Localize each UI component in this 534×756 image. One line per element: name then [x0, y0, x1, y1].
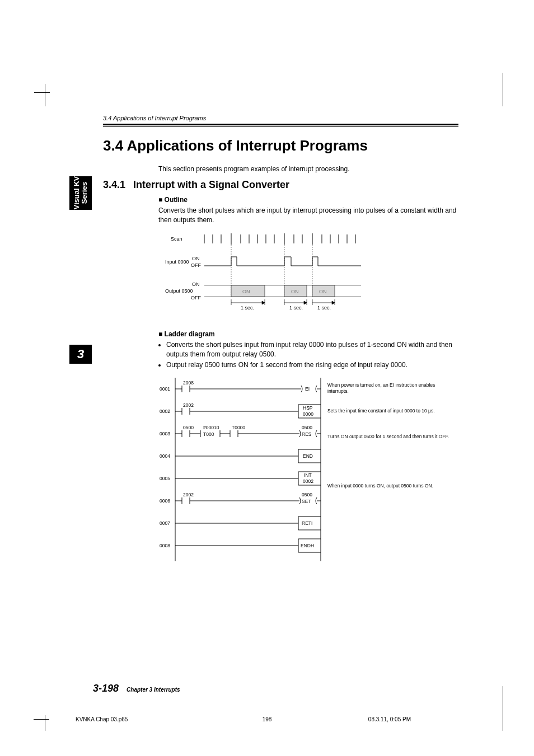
rung-0002: 0002 [160, 408, 170, 414]
section-title: 3.4 Applications of Interrupt Programs [103, 137, 368, 154]
r6-out-top: 0500 [302, 492, 312, 497]
timing-on: ON [192, 256, 200, 261]
rung-0001: 0001 [160, 386, 170, 392]
series-side-tab: Visual KV Series [69, 176, 92, 210]
timing-output-label: Output 0500 [165, 288, 193, 294]
r1-c1: 2008 [183, 380, 194, 386]
subsection-number: 3.4.1 [103, 179, 125, 191]
timing-1sec-1: 1 sec. [241, 305, 254, 311]
rung-0008: 0008 [160, 543, 170, 548]
timing-scan-label: Scan [171, 236, 182, 242]
svg-marker-31 [304, 301, 307, 304]
ladder-diagram: 0001 2008 EI 0002 2002 HSP 0000 0003 050… [158, 378, 461, 579]
timing-1sec-2: 1 sec. [289, 305, 303, 311]
r2-out-num: 0000 [303, 411, 313, 417]
side-note-1: When power is turned on, an EI instructi… [327, 382, 456, 394]
rung-0007: 0007 [160, 520, 170, 526]
rung-0003: 0003 [160, 431, 170, 436]
timing-on-block1: ON [242, 289, 250, 294]
r3-c2a: #00010 [203, 425, 219, 430]
timing-on-block2: ON [291, 289, 299, 294]
r6-out: SET [302, 499, 311, 504]
crop-mark [45, 697, 67, 720]
svg-marker-27 [262, 301, 265, 304]
r4-out: END [303, 453, 313, 459]
ladder-bullet-1: Converts the short pulses input from inp… [166, 340, 458, 359]
r7-out: RETI [302, 520, 312, 526]
r2-c1: 2002 [183, 402, 194, 408]
outline-body: Converts the short pulses which are inpu… [158, 206, 458, 225]
section-intro: This section presents program examples o… [158, 165, 350, 173]
slug-left: KVNKA Chap 03.p65 [76, 716, 128, 722]
rung-0005: 0005 [160, 476, 170, 481]
running-head: 3.4 Applications of Interrupt Programs [103, 115, 458, 125]
svg-marker-35 [332, 301, 335, 304]
subsection-title: Interrupt with a Signal Converter [133, 179, 289, 191]
outline-block: ■ Outline Converts the short pulses whic… [158, 196, 458, 225]
side-note-4: When input 0000 turns ON, output 0500 tu… [327, 483, 456, 489]
ladder-heading-block: ■ Ladder diagram Converts the short puls… [158, 330, 458, 370]
crop-mark [45, 84, 68, 106]
timing-off: OFF [191, 262, 201, 268]
timing-off2: OFF [191, 295, 201, 300]
r3-c2b: T000 [203, 431, 214, 437]
timing-input-label: Input 0000 [165, 259, 189, 265]
crop-mark [478, 697, 500, 720]
footer-page: 3-198 [93, 683, 119, 694]
timing-on-block3: ON [319, 289, 327, 294]
side-note-2: Sets the input time constant of input 00… [327, 408, 456, 414]
slug-right: 08.3.11, 0:05 PM [368, 716, 411, 722]
r5-out-num: 0002 [303, 478, 313, 484]
r8-out: ENDH [301, 543, 314, 548]
r1-out: EI [305, 386, 310, 392]
ladder-bullet-2: Output relay 0500 turns ON for 1 second … [166, 360, 458, 370]
slug-center: 198 [263, 716, 272, 722]
r6-c1: 2002 [183, 492, 194, 497]
timing-1sec-3: 1 sec. [317, 305, 331, 311]
timing-diagram: Scan Input 0000 ON OFF Output 0500 ON OF… [165, 232, 395, 316]
rung-0006: 0006 [160, 498, 170, 504]
side-tab-line2: Series [80, 182, 88, 204]
r2-out-top: HSP [303, 405, 313, 411]
side-note-3: Turns ON output 0500 for 1 second and th… [327, 434, 456, 440]
footer: 3-198 Chapter 3 Interrupts [93, 683, 180, 694]
timing-on2: ON [192, 281, 200, 287]
ladder-bullets: Converts the short pulses input from inp… [158, 340, 458, 369]
r3-out: RES [302, 431, 312, 437]
outline-heading: ■ Outline [158, 196, 458, 204]
r3-out-top: 0500 [302, 425, 312, 430]
footer-chapter: Chapter 3 Interrupts [127, 687, 180, 693]
r3-c3: T0000 [232, 425, 245, 430]
chapter-side-tab: 3 [69, 345, 92, 364]
r3-c1: 0500 [183, 425, 194, 430]
crop-mark [478, 84, 500, 106]
r5-out-top: INT [304, 472, 312, 478]
ladder-heading: ■ Ladder diagram [158, 330, 458, 338]
rung-0004: 0004 [160, 453, 170, 459]
subsection-heading: 3.4.1 Interrupt with a Signal Converter [103, 179, 289, 191]
